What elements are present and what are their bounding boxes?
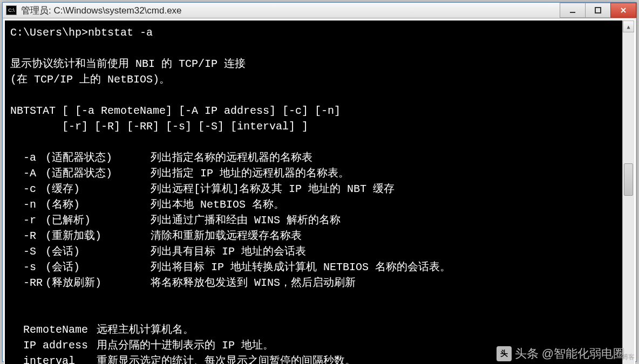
terminal-output[interactable]: C:\Users\hp>nbtstat -a 显示协议统计和当前使用 NBI 的… [5, 20, 622, 364]
param-row: RemoteName远程主机计算机名。 [10, 322, 356, 338]
option-row: -RR(释放刷新)将名称释放包发送到 WINS，然后启动刷新 [10, 275, 451, 291]
titlebar[interactable]: C:\ 管理员: C:\Windows\system32\cmd.exe [3, 3, 636, 18]
terminal-container: C:\Users\hp>nbtstat -a 显示协议统计和当前使用 NBI 的… [4, 19, 635, 364]
option-row: -n(名称)列出本地 NetBIOS 名称。 [10, 197, 451, 212]
option-row: -a(适配器状态)列出指定名称的远程机器的名称表 [10, 150, 451, 166]
svg-rect-0 [570, 12, 575, 13]
window-title: 管理员: C:\Windows\system32\cmd.exe [21, 4, 182, 17]
cmd-icon: C:\ [6, 5, 17, 15]
option-row: -R(重新加载)清除和重新加载远程缓存名称表 [10, 228, 451, 244]
scroll-thumb[interactable] [624, 163, 633, 196]
param-row: interval重新显示选定的统计、每次显示之间暂停的间隔秒数。 [10, 353, 356, 364]
usage-line-1: NBTSTAT [ [-a RemoteName] [-A IP address… [10, 105, 341, 117]
cmd-window: C:\ 管理员: C:\Windows\system32\cmd.exe C:\… [2, 2, 637, 362]
options-table: -a(适配器状态)列出指定名称的远程机器的名称表 -A(适配器状态)列出指定 I… [10, 150, 451, 291]
desc-line-1: 显示协议统计和当前使用 NBI 的 TCP/IP 连接 [10, 58, 246, 70]
usage-line-2: [-r] [-R] [-RR] [-s] [-S] [interval] ] [10, 120, 308, 133]
maximize-button[interactable] [585, 3, 611, 18]
option-row: -S(会话)列出具有目标 IP 地址的会话表 [10, 244, 451, 259]
option-row: -r(已解析)列出通过广播和经由 WINS 解析的名称 [10, 212, 451, 228]
params-table: RemoteName远程主机计算机名。 IP address用点分隔的十进制表示… [10, 322, 356, 364]
option-row: -c(缓存)列出远程[计算机]名称及其 IP 地址的 NBT 缓存 [10, 181, 451, 197]
close-button[interactable] [610, 3, 636, 18]
desc-line-2: (在 TCP/IP 上的 NetBIOS)。 [10, 73, 170, 86]
minimize-button[interactable] [560, 3, 586, 18]
scroll-up-button[interactable]: ▲ [623, 20, 634, 32]
prompt-line: C:\Users\hp>nbtstat -a [10, 26, 153, 39]
option-row: -s(会话)列出将目标 IP 地址转换成计算机 NETBIOS 名称的会话表。 [10, 259, 451, 275]
param-row: IP address用点分隔的十进制表示的 IP 地址。 [10, 338, 356, 353]
scrollbar[interactable]: ▲ ▼ [622, 20, 634, 364]
svg-rect-1 [595, 8, 601, 13]
option-row: -A(适配器状态)列出指定 IP 地址的远程机器的名称表。 [10, 166, 451, 181]
window-buttons [560, 3, 636, 18]
scroll-track[interactable] [623, 32, 634, 364]
